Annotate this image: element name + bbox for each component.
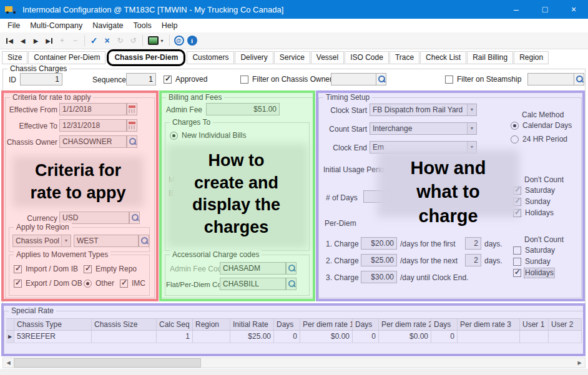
effective-from-field[interactable]: 1/1/2018	[59, 103, 127, 115]
col-per-diem-rate-3[interactable]: Per diem rate 3	[458, 318, 520, 331]
dc1-holidays-checkbox[interactable]: Holidays	[513, 208, 554, 218]
filter-chassis-owner-checkbox[interactable]: Filter on Chassis Owner	[240, 75, 333, 84]
cell-per-diem-rate-3[interactable]	[458, 331, 520, 343]
menu-file[interactable]: File	[2, 19, 25, 32]
maximize-button[interactable]: □	[531, 0, 559, 19]
cell-user-1[interactable]	[520, 331, 549, 343]
previous-record-icon[interactable]: ◀	[16, 34, 29, 47]
charge2-days-field[interactable]: 2	[465, 254, 481, 266]
imc-checkbox[interactable]: IMC	[120, 279, 146, 288]
sequence-field[interactable]: 1	[126, 73, 156, 85]
export-dom-ob-checkbox[interactable]: Export / Dom OB	[14, 279, 83, 288]
effective-from-calendar-icon[interactable]	[127, 103, 137, 115]
menu-tools[interactable]: Tools	[129, 19, 157, 32]
chassis-owner-lookup-icon[interactable]	[376, 73, 386, 85]
chassis-pool-dropdown[interactable]: Chassis Pool ▼	[12, 235, 71, 247]
next-record-icon[interactable]: ▶	[29, 34, 42, 47]
clock-end-dropdown[interactable]: Em ▼	[370, 141, 477, 153]
col-user-2[interactable]: User 2	[549, 318, 582, 331]
cell-initial-rate[interactable]: $25.00	[230, 331, 274, 343]
tab-container-per-diem[interactable]: Container Per-Diem	[28, 51, 105, 64]
tab-trace[interactable]: Trace	[390, 51, 419, 64]
new-individual-bills-radio[interactable]: New Individual Bills	[170, 131, 247, 140]
flat-per-diem-code-lookup-icon[interactable]	[286, 278, 296, 290]
scrollbar-thumb[interactable]	[14, 358, 201, 368]
cell-days-2[interactable]: 0	[353, 331, 379, 343]
scroll-right-icon[interactable]: ▶	[574, 358, 585, 368]
clock-start-dropdown[interactable]: FB Dispatch from Rail Yard ▼	[370, 104, 477, 116]
tab-delivery[interactable]: Delivery	[235, 51, 273, 64]
filter-steamship-field[interactable]	[527, 73, 574, 85]
col-chassis-type[interactable]: Chassis Type	[14, 318, 92, 331]
num-days-field[interactable]	[363, 190, 392, 203]
website-icon[interactable]: @	[172, 34, 185, 47]
save-icon[interactable]: ✓	[87, 34, 100, 47]
id-field[interactable]: 1	[20, 73, 62, 85]
dc2-saturday-checkbox[interactable]: Saturday	[513, 246, 556, 255]
chassis-owner-field[interactable]: CHASOWNER	[59, 135, 127, 148]
add-record-icon[interactable]: +	[56, 34, 69, 47]
chevron-down-icon[interactable]: ▼	[467, 142, 476, 153]
tab-customers[interactable]: Customers	[187, 51, 234, 64]
24hr-period-radio[interactable]: 24 HR Period	[511, 135, 568, 144]
col-initial-rate[interactable]: Initial Rate	[230, 318, 274, 331]
initial-usage-period-field[interactable]	[392, 162, 467, 175]
col-days-3[interactable]: Days	[431, 318, 458, 331]
info-icon[interactable]: i	[185, 34, 198, 47]
count-start-dropdown[interactable]: Interchange ▼	[370, 122, 477, 135]
cell-region[interactable]	[193, 331, 230, 343]
chassis-owner-field-lookup-icon[interactable]	[127, 135, 137, 148]
filter-steamship-checkbox[interactable]: Filter on Steamship	[445, 75, 522, 84]
admin-fee-code-lookup-icon[interactable]	[286, 262, 296, 275]
cell-calc-seq[interactable]: 1	[157, 331, 193, 343]
menu-multi-company[interactable]: Multi-Company	[25, 19, 87, 32]
cell-days-3[interactable]: 0	[431, 331, 458, 343]
charge2-amount-field[interactable]: $25.00	[361, 254, 397, 266]
tab-rail-billing[interactable]: Rail Billing	[467, 51, 513, 64]
special-rate-data-row[interactable]: ▶ 53REEFER 1 $25.00 0 $0.00 0 $0.00 0	[6, 331, 582, 343]
minimize-button[interactable]: –	[502, 0, 531, 19]
close-button[interactable]: ×	[559, 0, 588, 19]
col-chassis-size[interactable]: Chassis Size	[92, 318, 157, 331]
region-field[interactable]: WEST	[74, 235, 139, 247]
dc1-saturday-checkbox[interactable]: Saturday	[513, 186, 556, 195]
dc2-holidays-checkbox[interactable]: Holidays	[513, 268, 554, 278]
row-marker-icon[interactable]: ▶	[6, 331, 14, 343]
dc2-sunday-checkbox[interactable]: Sunday	[513, 257, 551, 266]
region-lookup-icon[interactable]	[139, 235, 149, 247]
cell-user-2[interactable]	[549, 331, 582, 343]
chevron-down-icon[interactable]: ▼	[467, 123, 476, 134]
col-region[interactable]: Region	[193, 318, 230, 331]
col-calc-seq[interactable]: Calc Seq	[157, 318, 193, 331]
col-per-diem-rate-1[interactable]: Per diem rate 1	[300, 318, 353, 331]
first-record-icon[interactable]: ◀	[3, 34, 16, 47]
admin-fee-field[interactable]: $51.00	[206, 103, 280, 115]
charge1-amount-field[interactable]: $20.00	[361, 237, 397, 250]
approved-checkbox[interactable]: Approved	[164, 75, 208, 84]
flat-per-diem-code-field[interactable]: CHASBILL	[220, 278, 286, 290]
calendar-days-radio[interactable]: Calendar Days	[511, 121, 572, 130]
tab-iso-code[interactable]: ISO Code	[345, 51, 389, 64]
col-user-1[interactable]: User 1	[520, 318, 549, 331]
col-days-2[interactable]: Days	[353, 318, 379, 331]
menu-help[interactable]: Help	[157, 19, 183, 32]
other-radio[interactable]: Other	[84, 279, 115, 288]
currency-lookup-icon[interactable]	[129, 212, 140, 224]
cell-days-1[interactable]: 0	[274, 331, 300, 343]
tab-chassis-per-diem[interactable]: Chassis Per-Diem	[109, 51, 184, 64]
cancel-icon[interactable]: ×	[100, 34, 114, 47]
cell-chassis-size[interactable]	[92, 331, 157, 343]
col-per-diem-rate-2[interactable]: Per diem rate 2	[379, 318, 431, 331]
tab-region[interactable]: Region	[514, 51, 549, 64]
cell-per-diem-rate-2[interactable]: $0.00	[379, 331, 431, 343]
empty-repo-checkbox[interactable]: Empty Repo	[84, 265, 137, 274]
col-days-1[interactable]: Days	[274, 318, 300, 331]
filter-chassis-owner-field[interactable]	[331, 73, 376, 85]
undo-icon[interactable]: ↺	[127, 34, 140, 47]
refresh-icon[interactable]: ↻	[114, 34, 127, 47]
tab-check-list[interactable]: Check List	[420, 51, 466, 64]
dc1-sunday-checkbox[interactable]: Sunday	[513, 197, 551, 207]
menu-navigate[interactable]: Navigate	[87, 19, 128, 32]
import-dom-ib-checkbox[interactable]: Import / Dom IB	[14, 265, 79, 274]
charge1-days-field[interactable]: 2	[465, 237, 481, 250]
